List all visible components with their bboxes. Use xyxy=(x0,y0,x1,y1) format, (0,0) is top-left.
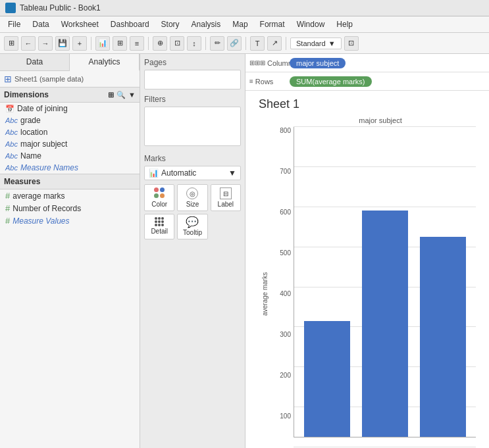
filter-icon[interactable]: ≡ xyxy=(130,36,144,51)
grid-view-icon[interactable]: ⊞ xyxy=(108,91,114,99)
dimension-item[interactable]: Abcmajor subject xyxy=(0,138,140,150)
highlight-icon[interactable]: ✏ xyxy=(210,36,224,51)
measure-name: Number of Records xyxy=(13,204,81,213)
gridline xyxy=(294,447,476,447)
y-tick-label: 500 xyxy=(280,249,291,257)
menu-item-worksheet[interactable]: Worksheet xyxy=(56,18,104,31)
size-button[interactable]: ◎ Size xyxy=(177,184,207,211)
dropdown-arrow: ▼ xyxy=(328,39,336,47)
menu-item-analysis[interactable]: Analysis xyxy=(186,18,226,31)
dimension-item[interactable]: AbcMeasure Names xyxy=(0,162,140,174)
chart-area: Sheet 1 major subject average marks 0100… xyxy=(245,91,489,448)
measure-item[interactable]: #Measure Values xyxy=(0,214,140,227)
sep4 xyxy=(245,37,246,50)
rows-pill[interactable]: SUM(average marks) xyxy=(290,76,372,87)
tooltip-label: Tooltip xyxy=(183,229,202,236)
bar-science[interactable] xyxy=(420,237,466,437)
title-bar: Tableau Public - Book1 xyxy=(0,0,489,16)
dimensions-header: Dimensions ⊞ 🔍 ▼ xyxy=(0,87,140,103)
back-icon[interactable]: ← xyxy=(21,36,36,51)
marks-type-dropdown[interactable]: 📊 Automatic ▼ xyxy=(144,166,241,180)
columns-pill[interactable]: major subject xyxy=(290,58,346,68)
sheet-icon: ⊞ xyxy=(4,74,12,84)
measure-item[interactable]: #average marks xyxy=(0,189,140,202)
columns-icon: ⊞⊞⊞ xyxy=(249,59,265,66)
y-tick-label: 300 xyxy=(280,331,291,338)
dim-type-icon: Abc xyxy=(5,140,18,148)
dimension-item[interactable]: AbcName xyxy=(0,150,140,162)
bar-english[interactable] xyxy=(304,321,350,437)
header-icons: ⊞ 🔍 ▼ xyxy=(108,91,136,99)
tab-data[interactable]: Data xyxy=(0,54,70,70)
dimensions-list: 📅Date of joiningAbcgradeAbclocationAbcma… xyxy=(0,103,140,174)
bar-math[interactable] xyxy=(362,211,408,437)
measure-icon: # xyxy=(5,216,10,226)
dimension-item[interactable]: 📅Date of joining xyxy=(0,103,140,114)
save-icon[interactable]: 💾 xyxy=(55,36,70,51)
color-button[interactable]: Color xyxy=(144,184,174,211)
menu-item-format[interactable]: Format xyxy=(255,18,290,31)
y-tick-label: 800 xyxy=(280,127,291,134)
dimension-item[interactable]: Abclocation xyxy=(0,126,140,138)
detail-button[interactable]: Detail xyxy=(144,214,174,239)
bar-chart-mini-icon: 📊 xyxy=(149,168,159,178)
group-icon[interactable]: ⊡ xyxy=(170,36,184,51)
pages-box xyxy=(144,70,241,89)
sheet-title: Sheet 1 xyxy=(259,97,476,111)
dimension-item[interactable]: Abcgrade xyxy=(0,114,140,126)
rows-icon: ≡ xyxy=(249,78,253,85)
measures-header: Measures xyxy=(0,174,140,189)
table-icon[interactable]: ⊞ xyxy=(113,36,127,51)
pages-label: Pages xyxy=(144,58,241,67)
link-icon[interactable]: 🔗 xyxy=(227,36,242,51)
tab-analytics[interactable]: Analytics xyxy=(70,54,140,71)
filters-section: Filters xyxy=(144,95,241,146)
view-dropdown[interactable]: Standard ▼ xyxy=(290,37,342,49)
y-tick-label: 600 xyxy=(280,209,291,216)
menu-item-file[interactable]: File xyxy=(3,18,26,31)
dim-name: location xyxy=(20,128,47,137)
menu-item-help[interactable]: Help xyxy=(331,18,358,31)
marks-section: Marks 📊 Automatic ▼ Color xyxy=(144,154,241,239)
color-label: Color xyxy=(151,201,167,208)
chart-body: 0100200300400500600700800 EnglishMathSci… xyxy=(270,127,476,448)
tooltip-button[interactable]: 💬 Tooltip xyxy=(177,214,207,239)
measure-name: average marks xyxy=(13,191,64,201)
search-icon[interactable]: 🔍 xyxy=(116,91,126,99)
dim-type-icon: Abc xyxy=(5,164,18,172)
menu-item-map[interactable]: Map xyxy=(227,18,253,31)
new-icon[interactable]: + xyxy=(72,36,87,51)
sep2 xyxy=(148,37,149,50)
connect-icon[interactable]: ⊕ xyxy=(153,36,167,51)
sep1 xyxy=(91,37,91,50)
label-button[interactable]: ⊟ Label xyxy=(211,184,241,211)
extra-icon[interactable]: ⊡ xyxy=(344,36,359,51)
sep5 xyxy=(286,37,286,50)
grid-icon[interactable]: ⊞ xyxy=(4,36,18,51)
measures-label: Measures xyxy=(4,177,40,186)
chart-inner: average marks 0100200300400500600700800 xyxy=(259,127,476,448)
more-icon[interactable]: ▼ xyxy=(128,91,136,99)
menu-item-story[interactable]: Story xyxy=(156,18,185,31)
pin-icon[interactable]: ↗ xyxy=(267,36,282,51)
marks-type-label: Automatic xyxy=(161,168,196,178)
right-panel: ⊞⊞⊞ Columns major subject ≡ Rows SUM(ave… xyxy=(245,54,489,448)
dimensions-label: Dimensions xyxy=(4,90,49,99)
menu-bar: FileDataWorksheetDashboardStoryAnalysisM… xyxy=(0,16,489,33)
y-tick-label: 200 xyxy=(280,372,291,379)
label-icon: ⊟ xyxy=(220,187,232,199)
app-title: Tableau Public - Book1 xyxy=(20,3,101,12)
menu-item-data[interactable]: Data xyxy=(27,18,54,31)
color-icon xyxy=(154,187,165,198)
menu-item-window[interactable]: Window xyxy=(292,18,330,31)
text-icon[interactable]: T xyxy=(250,36,265,51)
menu-item-dashboard[interactable]: Dashboard xyxy=(105,18,155,31)
chart-icon[interactable]: 📊 xyxy=(95,36,110,51)
dim-name: Measure Names xyxy=(20,163,78,172)
pages-section: Pages xyxy=(144,58,241,89)
hierarchy-icon[interactable]: ↕ xyxy=(187,36,201,51)
measure-item[interactable]: #Number of Records xyxy=(0,202,140,214)
forward-icon[interactable]: → xyxy=(38,36,53,51)
tooltip-icon: 💬 xyxy=(186,217,199,228)
size-label: Size xyxy=(186,201,199,208)
